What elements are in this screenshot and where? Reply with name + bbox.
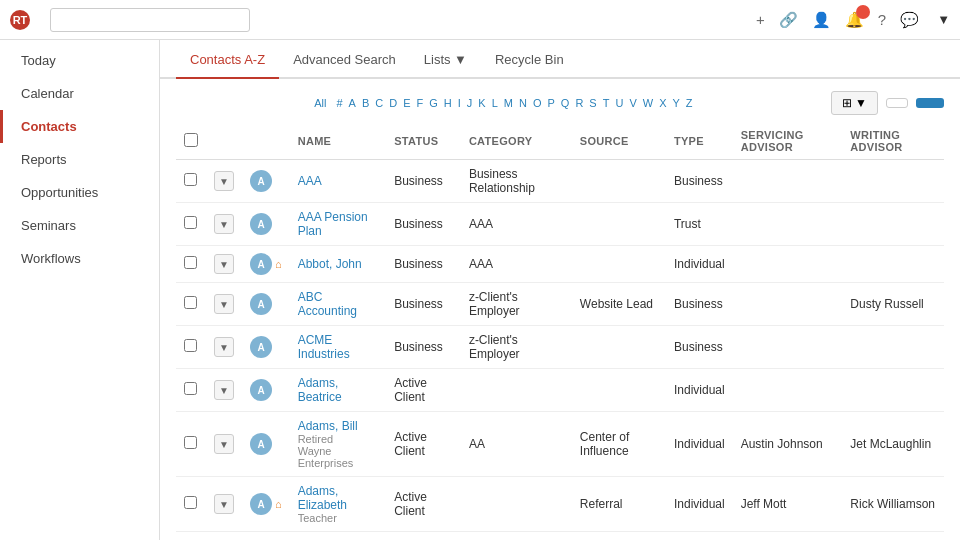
row-checkbox[interactable] <box>184 339 197 352</box>
contact-category <box>461 532 572 541</box>
contact-source <box>572 203 666 246</box>
alpha-n[interactable]: N <box>517 96 529 110</box>
view-toggle-button[interactable]: ⊞ ▼ <box>831 91 878 115</box>
alpha-d[interactable]: D <box>387 96 399 110</box>
alpha-a[interactable]: A <box>347 96 358 110</box>
sidebar-item-workflows[interactable]: Workflows <box>0 242 159 275</box>
row-expand-btn[interactable]: ▼ <box>214 171 234 191</box>
sidebar-item-reports[interactable]: Reports <box>0 143 159 176</box>
row-checkbox[interactable] <box>184 216 197 229</box>
alpha-w[interactable]: W <box>641 96 655 110</box>
contact-status: Active Client <box>386 532 461 541</box>
alpha-y[interactable]: Y <box>670 96 681 110</box>
alpha-e[interactable]: E <box>401 96 412 110</box>
sidebar-item-today[interactable]: Today <box>0 44 159 77</box>
alpha-c[interactable]: C <box>373 96 385 110</box>
contact-name-link[interactable]: Abbot, John <box>298 257 362 271</box>
tab-lists[interactable]: Lists ▼ <box>410 40 481 79</box>
alpha-z[interactable]: Z <box>684 96 695 110</box>
alpha-v[interactable]: V <box>627 96 638 110</box>
alpha-s[interactable]: S <box>587 96 598 110</box>
select-all-checkbox[interactable] <box>184 133 198 147</box>
row-expand-btn[interactable]: ▼ <box>214 337 234 357</box>
contact-status: Business <box>386 326 461 369</box>
contact-source <box>572 246 666 283</box>
user-icon[interactable]: 👤 <box>812 11 831 29</box>
sidebar-item-contacts[interactable]: Contacts <box>0 110 159 143</box>
sidebar-item-seminars[interactable]: Seminars <box>0 209 159 242</box>
alpha-x[interactable]: X <box>657 96 668 110</box>
sidebar-item-calendar[interactable]: Calendar <box>0 77 159 110</box>
contact-servicing: Austin Johnson <box>733 412 843 477</box>
contact-name-link[interactable]: Adams, Elizabeth <box>298 484 347 512</box>
table-row: ▼ A ⌂ Abbot, John Business AAA Individua… <box>176 246 944 283</box>
contact-type: Individual <box>666 246 733 283</box>
contact-name-link[interactable]: ABC Accounting <box>298 290 357 318</box>
contact-source <box>572 326 666 369</box>
alpha-h[interactable]: H <box>442 96 454 110</box>
row-expand-btn[interactable]: ▼ <box>214 434 234 454</box>
contact-servicing: Jeff Mott <box>733 477 843 532</box>
bell-icon[interactable]: 🔔 <box>845 11 864 29</box>
alpha-q[interactable]: Q <box>559 96 572 110</box>
row-checkbox[interactable] <box>184 173 197 186</box>
contact-type: Business <box>666 160 733 203</box>
sidebar-item-opportunities[interactable]: Opportunities <box>0 176 159 209</box>
contact-writing <box>842 326 944 369</box>
add-icon[interactable]: + <box>756 11 765 28</box>
row-checkbox[interactable] <box>184 256 197 269</box>
row-checkbox[interactable] <box>184 496 197 509</box>
row-expand-btn[interactable]: ▼ <box>214 494 234 514</box>
home-icon: ⌂ <box>275 258 282 270</box>
alpha-t[interactable]: T <box>601 96 612 110</box>
sidebar: Today Calendar Contacts Reports Opportun… <box>0 40 160 540</box>
row-expand-btn[interactable]: ▼ <box>214 254 234 274</box>
contact-name-link[interactable]: AAA Pension Plan <box>298 210 368 238</box>
help-icon[interactable]: ? <box>878 11 886 28</box>
alpha-i[interactable]: I <box>456 96 463 110</box>
alpha-hash[interactable]: # <box>334 96 344 110</box>
contact-name-link[interactable]: Adams, Bill <box>298 419 358 433</box>
row-checkbox[interactable] <box>184 296 197 309</box>
tab-contacts-az[interactable]: Contacts A-Z <box>176 40 279 79</box>
contact-name-link[interactable]: ACME Industries <box>298 333 350 361</box>
row-expand-btn[interactable]: ▼ <box>214 294 234 314</box>
alpha-l[interactable]: L <box>490 96 500 110</box>
share-icon[interactable]: 🔗 <box>779 11 798 29</box>
row-checkbox[interactable] <box>184 382 197 395</box>
alpha-u[interactable]: U <box>613 96 625 110</box>
contact-name-link[interactable]: AAA <box>298 174 322 188</box>
tab-bar: Contacts A-Z Advanced Search Lists ▼ Rec… <box>160 40 960 79</box>
contact-category: z-Client's Employer <box>461 283 572 326</box>
col-source: SOURCE <box>572 123 666 160</box>
row-checkbox[interactable] <box>184 436 197 449</box>
user-menu[interactable]: ▼ <box>933 12 950 27</box>
tab-recycle-bin[interactable]: Recycle Bin <box>481 40 578 79</box>
new-contact-button[interactable] <box>916 98 944 108</box>
contact-type: Trust <box>666 203 733 246</box>
search-input[interactable] <box>50 8 250 32</box>
row-expand-btn[interactable]: ▼ <box>214 380 234 400</box>
alpha-p[interactable]: P <box>546 96 557 110</box>
contact-options-button[interactable] <box>886 98 908 108</box>
alpha-all[interactable]: All <box>312 96 328 110</box>
alpha-r[interactable]: R <box>573 96 585 110</box>
col-category: CATEGORY <box>461 123 572 160</box>
alpha-m[interactable]: M <box>502 96 515 110</box>
alpha-g[interactable]: G <box>427 96 440 110</box>
alpha-f[interactable]: F <box>415 96 426 110</box>
contact-servicing <box>733 246 843 283</box>
alpha-j[interactable]: J <box>465 96 475 110</box>
contact-status: Business <box>386 283 461 326</box>
row-actions: ▼ <box>214 337 234 357</box>
contact-servicing <box>733 326 843 369</box>
alpha-o[interactable]: O <box>531 96 544 110</box>
contact-name-link[interactable]: Adams, Beatrice <box>298 376 342 404</box>
alpha-k[interactable]: K <box>476 96 487 110</box>
alpha-b[interactable]: B <box>360 96 371 110</box>
row-expand-btn[interactable]: ▼ <box>214 214 234 234</box>
tab-advanced-search[interactable]: Advanced Search <box>279 40 410 79</box>
chat-icon[interactable]: 💬 <box>900 11 919 29</box>
contact-servicing <box>733 369 843 412</box>
contact-source <box>572 532 666 541</box>
